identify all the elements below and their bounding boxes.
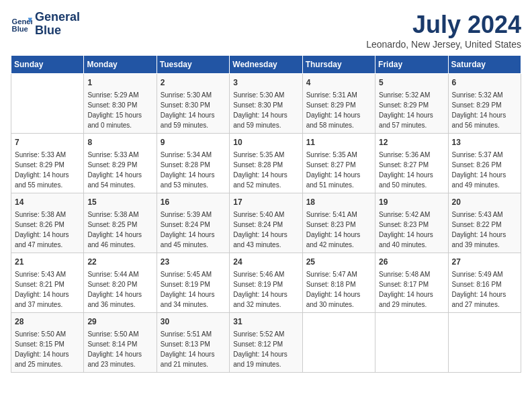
- calendar-cell: 28Sunrise: 5:50 AM Sunset: 8:15 PM Dayli…: [11, 313, 84, 373]
- day-number: 23: [161, 256, 226, 268]
- week-row-5: 28Sunrise: 5:50 AM Sunset: 8:15 PM Dayli…: [11, 313, 521, 373]
- day-info: Sunrise: 5:32 AM Sunset: 8:29 PM Dayligh…: [379, 90, 444, 130]
- calendar-cell: 30Sunrise: 5:51 AM Sunset: 8:13 PM Dayli…: [157, 313, 229, 373]
- day-number: 17: [233, 196, 298, 208]
- calendar-cell: 4Sunrise: 5:31 AM Sunset: 8:29 PM Daylig…: [302, 74, 375, 134]
- calendar-cell: 8Sunrise: 5:33 AM Sunset: 8:29 PM Daylig…: [84, 134, 157, 193]
- calendar-cell: 29Sunrise: 5:50 AM Sunset: 8:14 PM Dayli…: [84, 313, 157, 373]
- day-number: 29: [87, 316, 152, 328]
- column-header-thursday: Thursday: [302, 56, 375, 74]
- column-header-saturday: Saturday: [448, 56, 521, 74]
- day-info: Sunrise: 5:35 AM Sunset: 8:27 PM Dayligh…: [306, 150, 371, 190]
- day-info: Sunrise: 5:33 AM Sunset: 8:29 PM Dayligh…: [15, 150, 80, 190]
- logo-text: General Blue: [35, 11, 80, 38]
- day-number: 24: [233, 256, 298, 268]
- day-number: 9: [161, 136, 226, 148]
- day-info: Sunrise: 5:49 AM Sunset: 8:16 PM Dayligh…: [452, 269, 517, 310]
- column-header-friday: Friday: [375, 56, 448, 74]
- column-header-sunday: Sunday: [11, 56, 84, 74]
- calendar-cell: 5Sunrise: 5:32 AM Sunset: 8:29 PM Daylig…: [375, 74, 448, 134]
- calendar-table: SundayMondayTuesdayWednesdayThursdayFrid…: [11, 55, 521, 373]
- day-info: Sunrise: 5:50 AM Sunset: 8:15 PM Dayligh…: [15, 329, 80, 369]
- day-info: Sunrise: 5:41 AM Sunset: 8:23 PM Dayligh…: [306, 210, 371, 250]
- day-info: Sunrise: 5:30 AM Sunset: 8:30 PM Dayligh…: [233, 90, 298, 130]
- day-info: Sunrise: 5:32 AM Sunset: 8:29 PM Dayligh…: [452, 90, 517, 130]
- calendar-cell: 7Sunrise: 5:33 AM Sunset: 8:29 PM Daylig…: [11, 134, 84, 193]
- day-number: 15: [87, 196, 152, 208]
- header-row: SundayMondayTuesdayWednesdayThursdayFrid…: [11, 56, 521, 74]
- day-number: 30: [161, 316, 226, 328]
- calendar-cell: 22Sunrise: 5:44 AM Sunset: 8:20 PM Dayli…: [84, 253, 157, 313]
- calendar-cell: 12Sunrise: 5:36 AM Sunset: 8:27 PM Dayli…: [375, 134, 448, 193]
- day-number: 26: [379, 256, 444, 268]
- day-number: 13: [452, 136, 517, 148]
- column-header-monday: Monday: [84, 56, 157, 74]
- calendar-cell: 10Sunrise: 5:35 AM Sunset: 8:28 PM Dayli…: [230, 134, 302, 193]
- day-number: 22: [87, 256, 152, 268]
- day-info: Sunrise: 5:48 AM Sunset: 8:17 PM Dayligh…: [379, 269, 444, 310]
- title-section: July 2024 Leonardo, New Jersey, United S…: [366, 11, 521, 50]
- day-number: 31: [233, 316, 298, 328]
- calendar-cell: 14Sunrise: 5:38 AM Sunset: 8:26 PM Dayli…: [11, 193, 84, 253]
- calendar-cell: 9Sunrise: 5:34 AM Sunset: 8:28 PM Daylig…: [157, 134, 229, 193]
- day-info: Sunrise: 5:38 AM Sunset: 8:26 PM Dayligh…: [15, 210, 80, 250]
- day-number: 3: [233, 77, 298, 89]
- calendar-cell: 2Sunrise: 5:30 AM Sunset: 8:30 PM Daylig…: [157, 74, 229, 134]
- day-info: Sunrise: 5:40 AM Sunset: 8:24 PM Dayligh…: [233, 210, 298, 250]
- day-number: 16: [161, 196, 226, 208]
- calendar-cell: 1Sunrise: 5:29 AM Sunset: 8:30 PM Daylig…: [84, 74, 157, 134]
- day-number: 4: [306, 77, 371, 89]
- logo: General Blue General Blue: [11, 11, 80, 38]
- day-number: 11: [306, 136, 371, 148]
- calendar-cell: 26Sunrise: 5:48 AM Sunset: 8:17 PM Dayli…: [375, 253, 448, 313]
- calendar-cell: [448, 313, 521, 373]
- week-row-3: 14Sunrise: 5:38 AM Sunset: 8:26 PM Dayli…: [11, 193, 521, 253]
- day-number: 6: [452, 77, 517, 89]
- day-number: 20: [452, 196, 517, 208]
- day-info: Sunrise: 5:36 AM Sunset: 8:27 PM Dayligh…: [379, 150, 444, 190]
- calendar-cell: 21Sunrise: 5:43 AM Sunset: 8:21 PM Dayli…: [11, 253, 84, 313]
- day-info: Sunrise: 5:42 AM Sunset: 8:23 PM Dayligh…: [379, 210, 444, 250]
- day-number: 10: [233, 136, 298, 148]
- day-info: Sunrise: 5:43 AM Sunset: 8:22 PM Dayligh…: [452, 210, 517, 250]
- calendar-cell: 16Sunrise: 5:39 AM Sunset: 8:24 PM Dayli…: [157, 193, 229, 253]
- day-info: Sunrise: 5:30 AM Sunset: 8:30 PM Dayligh…: [161, 90, 226, 130]
- day-number: 27: [452, 256, 517, 268]
- calendar-cell: 3Sunrise: 5:30 AM Sunset: 8:30 PM Daylig…: [230, 74, 302, 134]
- calendar-cell: 11Sunrise: 5:35 AM Sunset: 8:27 PM Dayli…: [302, 134, 375, 193]
- day-info: Sunrise: 5:50 AM Sunset: 8:14 PM Dayligh…: [87, 329, 152, 369]
- day-info: Sunrise: 5:47 AM Sunset: 8:18 PM Dayligh…: [306, 269, 371, 310]
- day-info: Sunrise: 5:35 AM Sunset: 8:28 PM Dayligh…: [233, 150, 298, 190]
- day-info: Sunrise: 5:34 AM Sunset: 8:28 PM Dayligh…: [161, 150, 226, 190]
- calendar-cell: [302, 313, 375, 373]
- day-number: 25: [306, 256, 371, 268]
- day-number: 18: [306, 196, 371, 208]
- week-row-1: 1Sunrise: 5:29 AM Sunset: 8:30 PM Daylig…: [11, 74, 521, 134]
- logo-icon: General Blue: [11, 13, 32, 35]
- week-row-4: 21Sunrise: 5:43 AM Sunset: 8:21 PM Dayli…: [11, 253, 521, 313]
- day-info: Sunrise: 5:44 AM Sunset: 8:20 PM Dayligh…: [87, 269, 152, 310]
- location: Leonardo, New Jersey, United States: [366, 39, 521, 50]
- day-number: 12: [379, 136, 444, 148]
- week-row-2: 7Sunrise: 5:33 AM Sunset: 8:29 PM Daylig…: [11, 134, 521, 193]
- day-number: 28: [15, 316, 80, 328]
- day-info: Sunrise: 5:51 AM Sunset: 8:13 PM Dayligh…: [161, 329, 226, 369]
- day-info: Sunrise: 5:33 AM Sunset: 8:29 PM Dayligh…: [87, 150, 152, 190]
- column-header-wednesday: Wednesday: [230, 56, 302, 74]
- page-header: General Blue General Blue July 2024 Leon…: [11, 11, 521, 50]
- calendar-cell: 6Sunrise: 5:32 AM Sunset: 8:29 PM Daylig…: [448, 74, 521, 134]
- day-number: 19: [379, 196, 444, 208]
- calendar-cell: 17Sunrise: 5:40 AM Sunset: 8:24 PM Dayli…: [230, 193, 302, 253]
- day-number: 7: [15, 136, 80, 148]
- day-number: 5: [379, 77, 444, 89]
- calendar-cell: 18Sunrise: 5:41 AM Sunset: 8:23 PM Dayli…: [302, 193, 375, 253]
- day-info: Sunrise: 5:45 AM Sunset: 8:19 PM Dayligh…: [161, 269, 226, 310]
- calendar-cell: [375, 313, 448, 373]
- calendar-cell: 15Sunrise: 5:38 AM Sunset: 8:25 PM Dayli…: [84, 193, 157, 253]
- calendar-cell: [11, 74, 84, 134]
- day-info: Sunrise: 5:31 AM Sunset: 8:29 PM Dayligh…: [306, 90, 371, 130]
- calendar-cell: 24Sunrise: 5:46 AM Sunset: 8:19 PM Dayli…: [230, 253, 302, 313]
- day-info: Sunrise: 5:39 AM Sunset: 8:24 PM Dayligh…: [161, 210, 226, 250]
- calendar-cell: 20Sunrise: 5:43 AM Sunset: 8:22 PM Dayli…: [448, 193, 521, 253]
- calendar-cell: 27Sunrise: 5:49 AM Sunset: 8:16 PM Dayli…: [448, 253, 521, 313]
